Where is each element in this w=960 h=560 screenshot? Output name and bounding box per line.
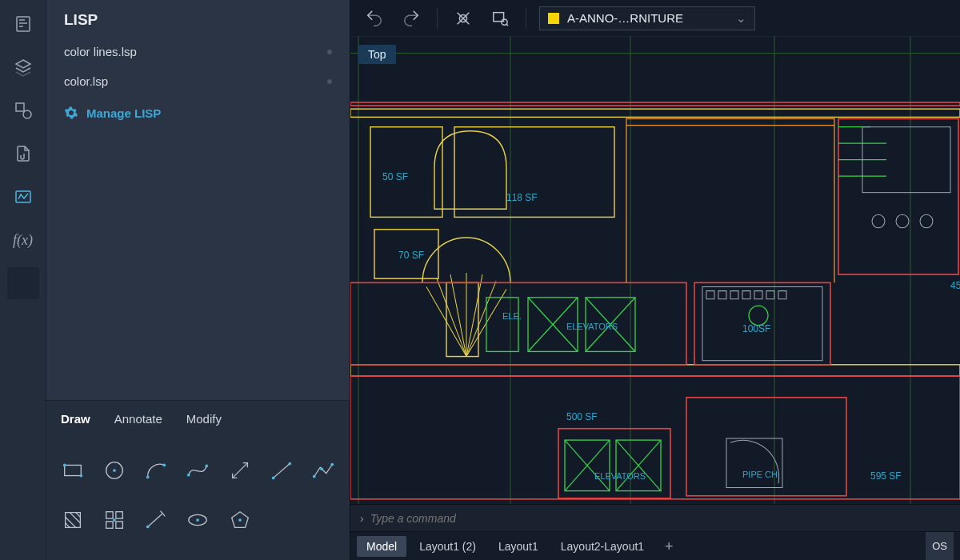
svg-rect-69 — [838, 118, 958, 274]
svg-rect-79 — [486, 298, 518, 352]
svg-line-61 — [450, 274, 466, 356]
layer-name-label: A-ANNO-…RNITURE — [567, 11, 683, 25]
lisp-panel-title: LISP — [46, 0, 350, 37]
main-area: A-ANNO-…RNITURE ⌄ Top — [350, 0, 960, 560]
svg-point-10 — [80, 474, 83, 478]
redo-icon[interactable] — [398, 6, 424, 31]
layout-tab[interactable]: Layout1 — [489, 536, 548, 557]
svg-line-35 — [161, 511, 166, 517]
svg-rect-54 — [370, 127, 442, 218]
polyline-tool-icon[interactable] — [305, 448, 342, 493]
line-tool-icon[interactable] — [263, 448, 300, 493]
left-panel: LISP color lines.lsp color.lsp Manage LI… — [46, 0, 350, 560]
svg-line-64 — [466, 281, 496, 356]
svg-point-36 — [146, 526, 150, 529]
layers-panel-icon[interactable] — [7, 51, 39, 83]
zoom-window-icon[interactable] — [487, 6, 513, 31]
svg-text:500 SF: 500 SF — [566, 411, 598, 422]
svg-line-46 — [506, 24, 508, 26]
drawing-canvas[interactable]: Top — [350, 37, 960, 504]
tool-category-tabs: Draw Annotate Modify — [46, 400, 350, 437]
svg-line-63 — [466, 274, 482, 356]
svg-point-12 — [113, 469, 116, 472]
svg-rect-31 — [106, 522, 113, 528]
spline-tool-icon[interactable] — [179, 448, 216, 493]
svg-point-40 — [238, 518, 242, 522]
arc-tool-icon[interactable] — [138, 448, 174, 493]
svg-rect-70 — [350, 376, 960, 499]
svg-point-6 — [23, 110, 31, 118]
svg-point-15 — [187, 474, 190, 477]
svg-point-38 — [197, 518, 200, 522]
array-tool-icon[interactable] — [96, 498, 133, 542]
tab-draw[interactable]: Draw — [59, 409, 92, 429]
svg-text:50 SF: 50 SF — [382, 171, 408, 182]
floorplan-svg: 50 SF118 SF70 SFELE.ELEVATORS100SF500 SF… — [350, 37, 960, 504]
svg-rect-66 — [350, 102, 960, 106]
manage-lisp-button[interactable]: Manage LISP — [46, 96, 350, 130]
undo-icon[interactable] — [362, 6, 387, 31]
gear-icon — [64, 106, 78, 120]
svg-point-89 — [872, 214, 885, 227]
svg-text:45: 45 — [950, 279, 960, 290]
draw-tool-grid — [46, 437, 350, 560]
lisp-file-name: color lines.lsp — [64, 45, 137, 58]
svg-rect-92 — [726, 438, 782, 487]
trace-panel-icon[interactable] — [7, 181, 39, 213]
add-layout-button[interactable]: + — [657, 535, 682, 558]
layout-tab[interactable]: Layout1 (2) — [410, 536, 486, 557]
svg-line-17 — [232, 463, 247, 478]
svg-line-26 — [66, 523, 70, 528]
svg-text:ELEVATORS: ELEVATORS — [566, 322, 618, 331]
properties-panel-icon[interactable] — [7, 8, 39, 40]
svg-line-28 — [76, 513, 81, 518]
command-input[interactable] — [370, 512, 950, 525]
svg-point-14 — [163, 464, 166, 467]
fx-panel-icon[interactable]: f(x) — [7, 224, 39, 256]
layout-tab[interactable]: Layout2-Layout1 — [551, 536, 654, 557]
svg-rect-93 — [626, 118, 834, 125]
layer-dropdown[interactable]: A-ANNO-…RNITURE ⌄ — [539, 6, 755, 30]
svg-point-90 — [896, 214, 909, 227]
lisp-file-row[interactable]: color.lsp — [46, 66, 350, 96]
svg-line-18 — [273, 464, 290, 478]
svg-rect-71 — [558, 429, 670, 498]
blocks-panel-icon[interactable] — [7, 94, 39, 126]
svg-text:70 SF: 70 SF — [398, 249, 424, 260]
move-tool-icon[interactable] — [222, 448, 258, 493]
svg-point-16 — [206, 465, 209, 468]
svg-text:PIPE CH: PIPE CH — [742, 470, 778, 479]
svg-rect-29 — [106, 512, 113, 518]
lisp-file-row[interactable]: color lines.lsp — [46, 37, 350, 66]
layout-tab-model[interactable]: Model — [357, 536, 406, 557]
svg-rect-53 — [350, 109, 960, 117]
svg-point-20 — [288, 462, 291, 466]
ellipse-tool-icon[interactable] — [179, 498, 216, 542]
svg-point-13 — [146, 476, 150, 479]
view-cube-label[interactable]: Top — [358, 45, 396, 64]
layer-color-swatch — [548, 13, 559, 24]
attach-panel-icon[interactable] — [7, 138, 39, 170]
svg-rect-0 — [17, 17, 30, 31]
layout-tab-bar: Model Layout1 (2) Layout1 Layout2-Layout… — [350, 531, 960, 560]
status-osnap-chip[interactable]: OS — [926, 532, 954, 560]
svg-point-9 — [63, 464, 66, 467]
toolbar-separator — [437, 8, 438, 29]
dimension-tool-icon[interactable] — [138, 498, 174, 542]
polygon-tool-icon[interactable] — [222, 498, 258, 542]
svg-marker-4 — [16, 60, 30, 68]
command-line[interactable]: › — [350, 504, 960, 531]
rectangle-tool-icon[interactable] — [54, 448, 91, 493]
svg-point-21 — [313, 475, 316, 478]
manage-lisp-label: Manage LISP — [86, 106, 161, 120]
svg-line-60 — [437, 278, 466, 356]
lisp-file-list: color lines.lsp color.lsp Manage LISP — [46, 37, 350, 130]
svg-rect-56 — [374, 230, 438, 278]
circle-tool-icon[interactable] — [96, 448, 133, 493]
lisp-file-name: color.lsp — [64, 74, 108, 88]
zoom-extents-icon[interactable] — [450, 6, 476, 31]
svg-rect-32 — [116, 522, 122, 528]
tab-modify[interactable]: Modify — [185, 409, 223, 429]
tab-annotate[interactable]: Annotate — [113, 409, 164, 429]
hatch-tool-icon[interactable] — [54, 498, 91, 542]
